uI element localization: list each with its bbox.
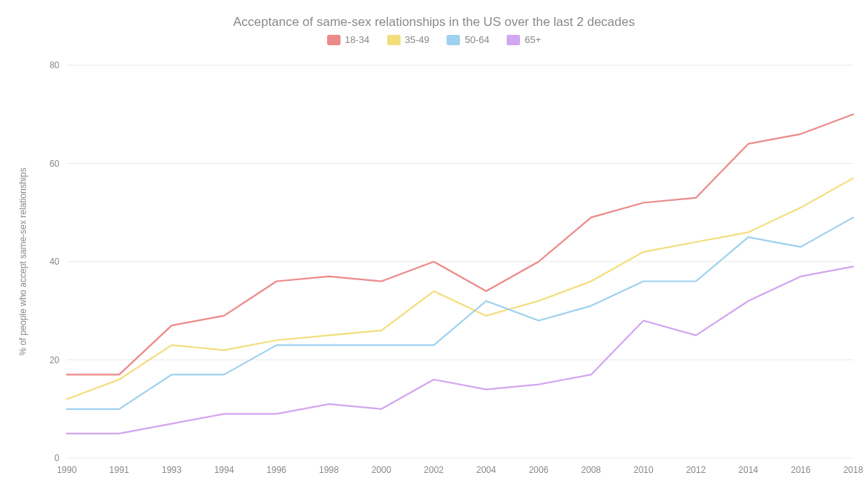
x-tick-label: 1994 [214,465,234,475]
x-tick-label: 2006 [529,465,549,475]
y-tick-label: 40 [50,256,60,267]
x-tick-label: 2010 [634,465,654,475]
x-tick-label: 2018 [844,465,864,475]
y-axis: 020406080 [50,60,60,463]
y-tick-label: 20 [50,355,60,365]
x-tick-label: 2012 [686,465,706,475]
y-axis-title: % of people who accept same-sex relation… [18,168,28,355]
x-tick-label: 2016 [791,465,811,475]
series-line-50-64[interactable] [67,217,853,408]
x-tick-label: 1993 [162,465,182,475]
x-tick-label: 1990 [57,465,77,475]
y-tick-label: 0 [54,453,59,463]
y-tick-label: 60 [50,159,60,169]
x-tick-label: 1998 [319,465,339,475]
plot-area[interactable]: 020406080 199019911993199419961998200020… [0,0,868,487]
y-tick-label: 80 [50,60,60,70]
x-tick-label: 2008 [581,465,601,475]
series-group [67,114,853,434]
series-line-18-34[interactable] [67,114,853,374]
x-tick-label: 2004 [476,465,496,475]
x-tick-label: 2014 [738,465,758,475]
series-line-65plus[interactable] [67,267,853,434]
x-tick-label: 2000 [372,465,392,475]
x-tick-label: 1991 [109,465,129,475]
chart-container: Acceptance of same-sex relationships in … [0,0,868,487]
x-tick-label: 2002 [424,465,444,475]
series-line-35-49[interactable] [67,178,853,399]
y-gridlines [67,65,853,458]
x-axis: 1990199119931994199619982000200220042006… [57,465,864,475]
x-tick-label: 1996 [266,465,286,475]
